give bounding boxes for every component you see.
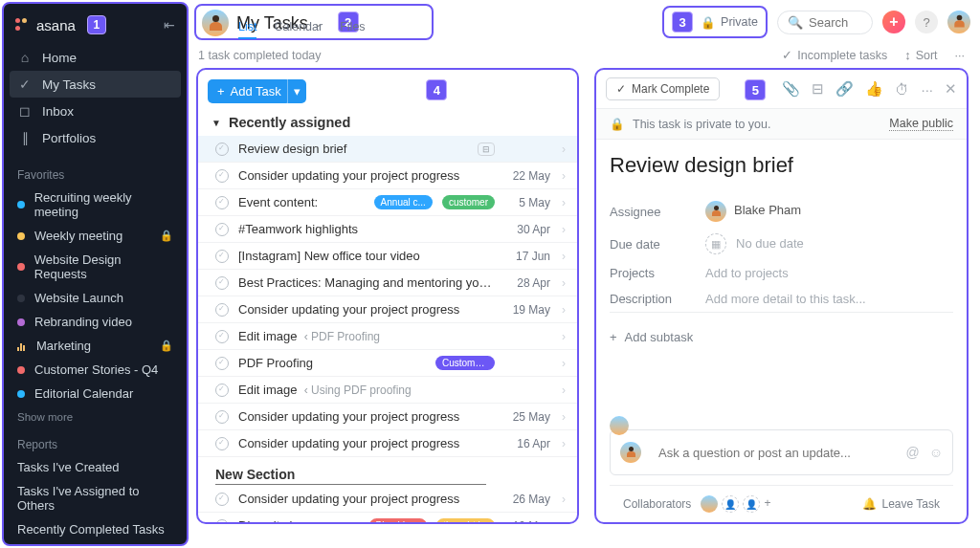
comment-box[interactable]: @ ☺ — [610, 429, 953, 475]
user-avatar[interactable] — [202, 10, 229, 36]
task-row[interactable]: PDF ProofingCustome...› — [198, 350, 577, 377]
favorite-item[interactable]: Website Design Requests — [4, 248, 187, 286]
show-more-link[interactable]: Show more — [4, 406, 187, 428]
complete-toggle[interactable] — [215, 410, 229, 424]
add-subtask-button[interactable]: +Add subtask — [596, 313, 967, 352]
complete-toggle[interactable] — [215, 196, 229, 209]
comment-input[interactable] — [658, 446, 896, 460]
task-row[interactable]: Diversity in spaceBlog ideasthought l...… — [198, 513, 577, 524]
tag-pill[interactable]: customer — [442, 195, 495, 209]
tab-list[interactable]: List — [238, 20, 256, 39]
help-button[interactable]: ? — [915, 11, 938, 33]
brand-logo[interactable]: asana — [15, 17, 76, 33]
task-row[interactable]: #Teamwork highlights30 Apr› — [198, 216, 577, 243]
complete-toggle[interactable] — [215, 169, 229, 183]
tag-pill[interactable]: thought l... — [436, 518, 495, 524]
complete-toggle[interactable] — [215, 223, 229, 236]
task-name: #Teamwork highlights — [238, 222, 495, 236]
task-row[interactable]: [Instagram] New office tour video17 Jun› — [198, 243, 577, 270]
favorite-item[interactable]: Website Launch — [4, 286, 187, 310]
complete-toggle[interactable] — [215, 303, 229, 317]
collapse-sidebar-icon[interactable]: ⇤ — [164, 17, 175, 33]
filter-incomplete[interactable]: ✓Incomplete tasks — [782, 48, 887, 62]
section-new[interactable]: New Section — [198, 457, 577, 486]
section-recently-assigned[interactable]: ▼ Recently assigned — [198, 105, 577, 136]
private-label[interactable]: Private — [721, 15, 758, 29]
subtask-icon[interactable]: ⊟ — [812, 80, 824, 98]
add-collaborator-slot[interactable]: 👤 — [743, 495, 760, 513]
task-row[interactable]: Consider updating your project progress1… — [198, 430, 577, 457]
subtask-indicator[interactable]: ⊟ — [478, 142, 495, 156]
add-collaborator-slot[interactable]: 👤 — [722, 495, 739, 513]
due-date-value[interactable]: ▦No due date — [705, 233, 804, 254]
make-public-link[interactable]: Make public — [889, 117, 953, 131]
favorite-item[interactable]: Recruiting weekly meeting — [4, 186, 187, 224]
description-value[interactable]: Add more detail to this task... — [705, 292, 866, 306]
complete-toggle[interactable] — [215, 276, 229, 290]
tag-pill[interactable]: Annual c... — [374, 195, 433, 209]
complete-toggle[interactable] — [215, 493, 229, 506]
collaborator-avatar[interactable] — [701, 495, 718, 513]
task-row[interactable]: Edit image ‹ PDF Proofing› — [198, 323, 577, 350]
collaborators-stack[interactable]: 👤 👤 + — [701, 495, 779, 513]
project-color-dot — [17, 201, 25, 208]
emoji-icon[interactable]: ☺ — [929, 445, 943, 460]
at-mention-icon[interactable]: @ — [905, 445, 919, 460]
favorite-item[interactable]: Customer Stories - Q4 — [4, 358, 187, 382]
leave-task-button[interactable]: 🔔Leave Task — [862, 497, 941, 511]
complete-toggle[interactable] — [215, 250, 229, 263]
task-row[interactable]: Event content:Annual c...customer5 May› — [198, 189, 577, 216]
global-add-button[interactable]: + — [882, 11, 905, 33]
nav-home[interactable]: ⌂Home — [4, 44, 187, 71]
attachment-icon[interactable]: 📎 — [782, 80, 800, 98]
report-item[interactable]: Custom Field Order — [4, 541, 187, 546]
complete-toggle[interactable] — [215, 384, 229, 397]
add-collaborator-button[interactable]: + — [764, 496, 779, 512]
row-chevron-icon: › — [560, 169, 568, 183]
projects-value[interactable]: Add to projects — [705, 266, 789, 280]
task-row[interactable]: Consider updating your project progress2… — [198, 404, 577, 430]
complete-toggle[interactable] — [215, 330, 229, 343]
add-task-dropdown[interactable]: ▾ — [287, 79, 306, 103]
task-row[interactable]: Edit image ‹ Using PDF proofing› — [198, 377, 577, 404]
complete-toggle[interactable] — [215, 519, 229, 525]
link-icon[interactable]: 🔗 — [835, 80, 854, 98]
search-box[interactable]: 🔍 — [777, 11, 873, 34]
close-icon[interactable]: ✕ — [945, 80, 957, 98]
more-actions-icon[interactable]: ··· — [921, 81, 933, 98]
task-row[interactable]: Consider updating your project progress2… — [198, 486, 577, 513]
task-row[interactable]: Consider updating your project progress2… — [198, 163, 577, 189]
nav-inbox[interactable]: ◻Inbox — [4, 98, 187, 124]
assignee-value[interactable]: Blake Pham — [705, 201, 801, 222]
timer-icon[interactable]: ⏱ — [895, 81, 909, 98]
tab-files[interactable]: Files — [340, 20, 365, 39]
detail-title[interactable]: Review design brief — [596, 140, 967, 195]
task-row[interactable]: Consider updating your project progress1… — [198, 296, 577, 323]
complete-toggle[interactable] — [215, 437, 229, 450]
task-date: 25 May — [504, 410, 550, 424]
nav-portfolios[interactable]: ∥Portfolios — [4, 124, 187, 151]
favorite-item[interactable]: Weekly meeting🔒 — [4, 224, 187, 248]
tab-calendar[interactable]: Calendar — [274, 20, 323, 39]
favorite-item[interactable]: Rebranding video — [4, 310, 187, 334]
tag-pill[interactable]: Custome... — [435, 356, 495, 370]
complete-toggle[interactable] — [215, 357, 229, 370]
complete-toggle[interactable] — [215, 142, 229, 156]
task-row[interactable]: Review design brief⊟› — [198, 136, 577, 163]
like-icon[interactable]: 👍 — [865, 80, 883, 98]
report-item[interactable]: Recently Completed Tasks — [4, 517, 187, 541]
favorite-item[interactable]: Editorial Calendar — [4, 382, 187, 406]
report-item[interactable]: Tasks I've Created — [4, 455, 187, 479]
mark-complete-button[interactable]: ✓Mark Complete — [606, 77, 720, 100]
add-task-button[interactable]: +Add Task — [208, 79, 291, 103]
tag-pill[interactable]: Blog ideas — [369, 518, 428, 524]
search-input[interactable] — [809, 15, 866, 30]
task-row[interactable]: Best Practices: Managing and mentoring y… — [198, 270, 577, 296]
report-item[interactable]: Tasks I've Assigned to Others — [4, 479, 187, 517]
lock-icon: 🔒 — [610, 117, 625, 131]
favorite-item[interactable]: Marketing🔒 — [4, 334, 187, 358]
profile-avatar[interactable] — [947, 11, 970, 33]
nav-my-tasks[interactable]: ✓My Tasks — [10, 71, 181, 98]
more-icon[interactable]: ··· — [955, 49, 965, 62]
sort-button[interactable]: ↕Sort — [904, 48, 937, 62]
